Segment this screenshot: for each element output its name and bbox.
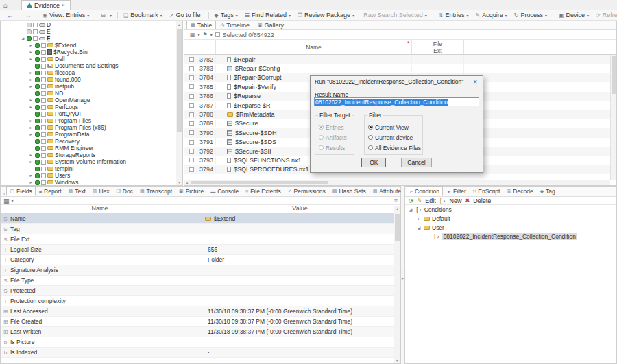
device-button[interactable]: ▣ Device ▾ xyxy=(555,11,592,20)
expand-arrow-icon[interactable]: ◢ xyxy=(408,207,413,212)
grid-options-icon[interactable]: ▦ xyxy=(3,197,10,204)
include-toggle-icon[interactable] xyxy=(35,167,40,171)
row-checkbox[interactable] xyxy=(189,75,194,80)
conditions-tab[interactable]: ◆ Tag xyxy=(537,186,559,196)
acquire-button[interactable]: ✎ Acquire ▾ xyxy=(472,11,510,20)
refresh-button[interactable]: ⟳ Refresh xyxy=(592,11,617,20)
scroll-down-icon[interactable]: ▾ xyxy=(176,180,182,184)
chevron-down-icon[interactable]: ▾ xyxy=(198,32,200,37)
table-vertical-scrollbar[interactable] xyxy=(610,55,616,180)
conditions-tab[interactable]: ⌐ Condition xyxy=(407,186,443,196)
process-button[interactable]: ↻ Process ▾ xyxy=(511,11,551,20)
tree-checkbox[interactable] xyxy=(41,125,46,130)
conditions-tab[interactable]: ≣ Decode xyxy=(503,186,536,196)
tree-item[interactable]: ▸ Users xyxy=(1,172,182,179)
expand-arrow-icon[interactable]: ▸ xyxy=(28,124,34,131)
tree-item[interactable]: ND xyxy=(1,90,182,97)
grid-options-icon[interactable]: ▦ xyxy=(190,32,195,38)
tree-checkbox[interactable] xyxy=(41,43,46,48)
edit-button[interactable]: Edit xyxy=(425,197,436,204)
expand-arrow-icon[interactable]: ▸ xyxy=(28,158,34,165)
radio-option[interactable]: Results xyxy=(319,143,350,153)
delete-button[interactable]: Delete xyxy=(473,197,491,204)
bottom-tab[interactable]: ▥ Hex xyxy=(89,186,113,196)
tree-checkbox[interactable] xyxy=(33,29,38,34)
expand-arrow-icon[interactable]: ▸ xyxy=(28,97,34,104)
include-toggle-icon[interactable] xyxy=(35,180,40,185)
field-row[interactable]: ⊞ Last Accessed 11/30/18 09:38:37 PM (-0… xyxy=(1,306,400,317)
field-row[interactable]: i Protection complexity xyxy=(1,296,400,306)
raw-search-selected-button[interactable]: Raw Search Selected ▾ xyxy=(358,11,431,20)
tab-evidence[interactable]: Evidence × xyxy=(21,0,71,10)
include-toggle-icon[interactable] xyxy=(35,112,40,117)
tree-checkbox[interactable] xyxy=(41,64,46,69)
include-toggle-icon[interactable] xyxy=(27,23,32,27)
tags-button[interactable]: ◆ Tags ▾ xyxy=(211,11,241,20)
tree-checkbox[interactable] xyxy=(33,36,38,41)
new-condition-icon[interactable] xyxy=(439,197,446,204)
row-checkbox[interactable] xyxy=(189,158,194,162)
tree-item[interactable]: ▸ Program Files xyxy=(1,117,182,124)
tree-item[interactable]: ▸ StorageReports xyxy=(1,151,182,158)
field-row[interactable]: S File Type xyxy=(1,276,400,286)
conditions-tab[interactable]: ∷ EnScript xyxy=(470,186,504,196)
tree-item[interactable]: ▸ ProgramData xyxy=(1,131,182,138)
row-checkbox[interactable] xyxy=(189,84,194,89)
scroll-thumb[interactable] xyxy=(395,214,400,241)
tree-item[interactable]: ▸ $Extend xyxy=(1,42,182,49)
tree-item[interactable]: ▸ inetpub xyxy=(1,83,182,90)
include-toggle-icon[interactable] xyxy=(27,29,32,34)
new-button[interactable]: New xyxy=(449,197,461,204)
field-row[interactable]: b Is Indexed · xyxy=(1,348,400,358)
tree-item[interactable]: ▸ $Recycle.Bin xyxy=(1,49,182,56)
dialog-title-bar[interactable]: Run "08102022_IncidentResponse_Collectio… xyxy=(311,76,483,87)
condition-tree-item[interactable]: ▸ Default xyxy=(405,214,616,223)
toolbar-separator[interactable] xyxy=(208,12,209,19)
toolbar-separator[interactable] xyxy=(433,12,433,19)
tree-item[interactable]: ▸ Program Files (x86) xyxy=(1,124,182,131)
tree-item[interactable]: tempini xyxy=(1,165,182,172)
expand-arrow-icon[interactable]: ◢ xyxy=(20,35,25,42)
expand-arrow-icon[interactable]: ▸ xyxy=(28,179,34,186)
tree-checkbox[interactable] xyxy=(41,132,46,137)
tree-checkbox[interactable] xyxy=(41,173,46,178)
field-row[interactable]: S File Ext xyxy=(1,234,400,245)
tree-checkbox[interactable] xyxy=(41,119,46,123)
field-row[interactable]: ⊞ File Created 11/30/18 09:38:37 PM (-0:… xyxy=(1,317,400,327)
include-toggle-icon[interactable] xyxy=(35,105,40,110)
tree-checkbox[interactable] xyxy=(33,23,38,27)
tree-checkbox[interactable] xyxy=(41,153,46,158)
fields-column-value[interactable]: Value xyxy=(199,205,400,213)
row-checkbox[interactable] xyxy=(189,149,194,154)
bottom-tab[interactable]: ▢ Fields xyxy=(6,186,35,196)
field-row[interactable]: i Logical Size 656 xyxy=(1,245,400,255)
tree-item[interactable]: ▸ found.000 xyxy=(1,76,182,83)
tree-item[interactable]: D xyxy=(1,21,182,28)
bottom-tab[interactable]: ✓ Permissions xyxy=(285,186,329,196)
column-header-file-ext[interactable]: File Ext xyxy=(412,40,464,54)
table-row[interactable]: 3783 $Repair·$Config xyxy=(184,64,616,73)
home-icon[interactable]: ⌂ xyxy=(0,1,12,10)
bookmark-button[interactable]: ❏ Bookmark ▾ xyxy=(120,11,166,20)
view-tab[interactable]: ▦ Table xyxy=(186,21,216,29)
result-name-input[interactable]: 08102022_IncidentResponse_Collection_Con… xyxy=(314,97,479,106)
tree-checkbox[interactable] xyxy=(41,167,46,171)
field-row[interactable]: ⊞ Last Written 11/30/18 09:38:37 PM (-0:… xyxy=(1,327,400,337)
entries-button[interactable]: ⇅ Entries ▾ xyxy=(435,11,472,20)
row-checkbox[interactable] xyxy=(189,121,194,126)
row-checkbox[interactable] xyxy=(189,167,194,172)
radio-option[interactable]: All Evidence Files xyxy=(368,143,419,153)
scroll-down-icon[interactable]: ▾ xyxy=(394,358,400,363)
view-entries-button[interactable]: ◉ View: Entries ▾ xyxy=(39,11,93,20)
expand-arrow-icon[interactable]: ▸ xyxy=(28,49,34,56)
include-toggle-icon[interactable] xyxy=(35,57,40,62)
bottom-tab[interactable]: ▤ Hash Sets xyxy=(329,186,370,196)
scroll-thumb[interactable] xyxy=(177,29,182,132)
include-toggle-icon[interactable] xyxy=(35,84,40,89)
expand-arrow-icon[interactable]: ▸ xyxy=(28,172,34,179)
row-checkbox[interactable] xyxy=(189,112,194,117)
field-row[interactable]: S Name $Extend xyxy=(1,214,400,224)
chevron-down-icon[interactable]: ▾ xyxy=(210,32,213,37)
tree-item[interactable]: Documents and Settings xyxy=(1,62,182,69)
bottom-tab[interactable]: ▤ Text xyxy=(65,186,89,196)
